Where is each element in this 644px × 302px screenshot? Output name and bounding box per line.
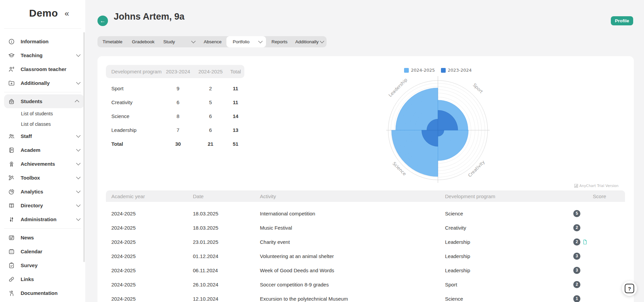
development-program-summary-table: Development program 2023-2024 2024-2025 … [106,65,244,151]
sidebar: Demo « Information Teaching Classroom te… [0,0,85,302]
sidebar-item-information[interactable]: Information [0,34,85,48]
sidebar-scrollbar[interactable] [83,32,85,262]
chevron-down-icon [76,133,81,138]
summary-header-program: Development program [106,69,162,74]
table-row[interactable]: 2024-2025 12.10.2024 Excursion to the po… [106,292,625,302]
summary-table-body: Sport 9 2 11 Creativity 6 5 11 Science 8… [106,82,244,151]
tab-bar: Timetable Gradebook Study Absence Portfo… [97,36,327,47]
score-badge: 2 [573,238,580,246]
table-row[interactable]: 2024-2025 23.01.2025 Charity event Leade… [106,235,625,249]
score-badge: 5 [573,210,580,217]
sidebar-item-academ[interactable]: Academ [0,143,85,157]
axis-label-science: Science [392,161,407,177]
sidebar-item-students[interactable]: Students [4,94,84,108]
folder-plus-icon [8,80,15,87]
sidebar-item-additionally[interactable]: Additionally [0,76,85,90]
chevron-down-icon [76,216,81,221]
newspaper-icon [8,234,15,241]
sidebar-collapse-icon[interactable]: « [65,9,69,18]
page-title: Johns Artem, 9a [114,11,184,22]
chevron-down-icon [76,147,81,152]
header-development-program: Development program [445,193,569,199]
tab-portfolio-dropdown-active[interactable]: Portfolio [226,36,266,47]
table-row[interactable]: 2024-2025 01.12.2024 Volunteering at an … [106,249,625,263]
score-badge: 1 [573,295,580,302]
summary-header-2023-2024: 2023-2024 [162,69,194,74]
chevron-down-icon [76,203,81,207]
wedge-creativity-light [438,130,468,161]
score-badge: 2 [573,281,580,288]
profile-button[interactable]: Profile [611,16,633,25]
sidebar-item-label: Calendar [21,249,42,254]
sidebar-item-directory[interactable]: Directory [0,199,85,212]
back-button[interactable]: ← [97,16,108,26]
score-badge: 3 [573,267,580,274]
table-row[interactable]: 2024-2025 18.03.2025 International compe… [106,206,625,220]
tab-gradebook[interactable]: Gradebook [128,36,159,47]
sidebar-nav: Information Teaching Classroom teacher A… [0,29,85,300]
chevron-down-icon [76,161,81,165]
tab-study-dropdown[interactable]: Study [159,36,199,47]
journal-icon [8,147,15,154]
table-row-total: Total 30 21 51 [106,137,244,151]
sidebar-item-label: Teaching [21,52,43,58]
sidebar-item-survey[interactable]: Survey [0,258,85,272]
sidebar-item-label: Toolbox [21,175,40,181]
chevron-down-icon [76,175,81,179]
sidebar-item-classroom-teacher[interactable]: Classroom teacher [0,62,85,76]
tab-absence[interactable]: Absence [199,36,226,47]
table-row[interactable]: 2024-2025 06.11.2024 Week of Good Deeds … [106,263,625,277]
sidebar-item-label: Information [21,39,49,44]
summary-header-total: Total [227,69,244,74]
backpack-icon [8,98,15,105]
header-activity: Activity [260,193,445,199]
summary-header-2024-2025: 2024-2025 [194,69,227,74]
sidebar-item-administration[interactable]: Administration [0,212,85,226]
table-row[interactable]: 2024-2025 18.03.2025 Music Festival Crea… [106,220,625,235]
app-logo: Demo [29,7,58,19]
tab-label: Gradebook [132,39,155,44]
tab-label: Reports [271,39,287,44]
legend-item-2024-2025[interactable]: 2024-2025 [404,68,435,73]
legend-swatch-icon [404,68,409,73]
tab-label: Timetable [103,39,123,44]
activities-table: Academic year Date Activity Development … [106,190,625,302]
sidebar-item-links[interactable]: Links [0,272,85,286]
table-row: Leadership 7 6 13 [106,123,244,137]
score-badge: 2 [573,224,580,231]
sidebar-item-achievements[interactable]: Achievements [0,157,85,171]
sidebar-item-documentation[interactable]: Documentation [0,286,85,300]
legend-item-2023-2024[interactable]: 2023-2024 [441,68,472,73]
sidebar-item-list-of-students[interactable]: List of students [0,108,85,119]
help-button[interactable]: ? [622,281,637,296]
attachment-document-icon[interactable] [582,239,588,245]
tab-additionally-dropdown[interactable]: Additionally [293,36,327,47]
anychart-watermark: AnyChart Trial Version [574,184,622,188]
sidebar-item-toolbox[interactable]: Toolbox [0,171,85,185]
sidebar-item-analytics[interactable]: Analytics [0,185,85,199]
sidebar-item-news[interactable]: News [0,231,85,245]
sidebar-item-staff[interactable]: Staff [0,129,85,143]
tab-label: Study [163,39,175,44]
score-badge: 3 [573,253,580,260]
sidebar-item-label: Documentation [21,290,58,296]
sidebar-item-calendar[interactable]: Calendar [0,245,85,258]
table-row[interactable]: 2024-2025 26.10.2024 Soccer competition … [106,277,625,292]
person-speaking-icon [8,66,15,73]
graduation-cap-icon [8,52,15,59]
tab-reports[interactable]: Reports [266,36,293,47]
sidebar-item-label: Analytics [21,189,43,194]
sidebar-item-list-of-classes[interactable]: List of classes [0,119,85,129]
sidebar-item-label: Directory [21,203,43,208]
chevron-down-icon [191,39,196,43]
sidebar-divider [4,228,81,229]
chart-legend: 2024-2025 2023-2024 [382,68,494,73]
legend-label: 2023-2024 [448,68,472,73]
tab-timetable[interactable]: Timetable [97,36,128,47]
person-raising-hand-icon [8,290,15,297]
sidebar-item-teaching[interactable]: Teaching [0,48,85,62]
people-icon [8,133,15,140]
activities-table-header: Academic year Date Activity Development … [106,190,625,202]
sidebar-item-label: Links [21,276,34,282]
sidebar-item-label: Achievements [21,161,55,167]
